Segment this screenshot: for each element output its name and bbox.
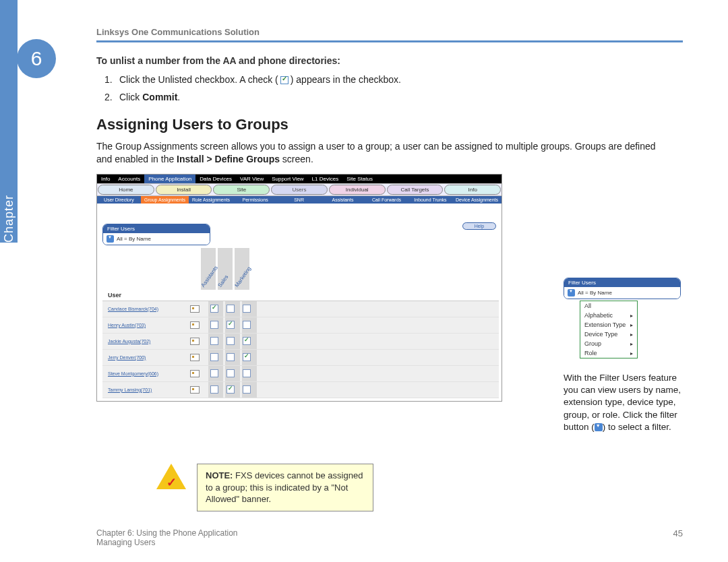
group-checkbox[interactable]: [210, 369, 218, 377]
warning-icon: ✓: [156, 464, 186, 491]
group-checkbox[interactable]: [210, 337, 218, 345]
vcard-icon[interactable]: [190, 354, 200, 361]
group-checkbox[interactable]: [210, 305, 218, 313]
subheading: To unlist a number from the AA and phone…: [96, 55, 669, 66]
group-checkbox[interactable]: [226, 305, 235, 313]
user-link[interactable]: Tammy Lansing(701): [102, 387, 190, 392]
nav-pill[interactable]: Info: [444, 185, 501, 195]
filter-menu-item[interactable]: Alphabetic: [580, 311, 637, 320]
vcard-icon[interactable]: [190, 305, 200, 313]
list-number: 2.: [104, 92, 119, 102]
top-tab[interactable]: Info: [97, 175, 114, 183]
filter-title: Filter Users: [103, 224, 210, 233]
user-link[interactable]: Candace Bismarck(704): [102, 307, 190, 311]
subnav-item[interactable]: Assistants: [321, 196, 365, 204]
subnav-item[interactable]: SNR: [277, 196, 321, 204]
group-checkbox[interactable]: [243, 305, 251, 313]
table-row: Henry Austin(703): [102, 317, 499, 334]
sub-nav-row: User DirectoryGroup AssignmentsRole Assi…: [97, 196, 502, 204]
side-filter-value: All = By Name: [578, 290, 612, 296]
step2-pre: Click: [119, 92, 142, 102]
top-tab[interactable]: Site Status: [342, 175, 377, 183]
top-tab[interactable]: L1 Devices: [308, 175, 343, 183]
group-checkbox[interactable]: [226, 385, 235, 394]
vcard-icon[interactable]: [190, 370, 200, 377]
step2-post: .: [177, 92, 180, 102]
group-checkbox[interactable]: [243, 353, 251, 361]
filter-dropdown-icon[interactable]: [107, 235, 114, 243]
user-table: Candace Bismarck(704)Henry Austin(703)Ja…: [102, 301, 499, 398]
filter-menu-item[interactable]: Role: [580, 348, 637, 358]
top-tab[interactable]: Accounts: [114, 175, 144, 183]
user-link[interactable]: Henry Austin(703): [102, 323, 190, 327]
group-column: Marketing: [235, 248, 249, 290]
subnav-item[interactable]: Group Assignments: [141, 196, 189, 204]
group-checkbox[interactable]: [226, 321, 235, 329]
side-filter-panel[interactable]: Filter Users All = By Name: [564, 278, 681, 299]
top-tab[interactable]: Data Devices: [195, 175, 236, 183]
nav-row-pills: HomeInstallSiteUsersIndividualCall Targe…: [97, 183, 502, 196]
nav-pill[interactable]: Home: [98, 185, 154, 195]
group-checkbox[interactable]: [243, 385, 251, 394]
group-checkbox[interactable]: [210, 385, 218, 394]
filter-menu-item[interactable]: Device Type: [580, 330, 637, 339]
table-row: Candace Bismarck(704): [102, 301, 499, 317]
group-checkbox[interactable]: [243, 321, 251, 329]
top-tab[interactable]: Support View: [268, 175, 307, 183]
help-button[interactable]: Help: [462, 222, 496, 230]
list-number: 1.: [104, 74, 119, 85]
nav-pill[interactable]: Individual: [329, 185, 386, 195]
group-checkbox[interactable]: [243, 337, 251, 345]
list-item-1: 1. Click the Unlisted checkbox. A check …: [104, 74, 669, 85]
group-checkbox[interactable]: [210, 353, 218, 361]
para-bold: Install > Define Groups: [177, 154, 280, 164]
top-tabbar: InfoAccountsPhone ApplicationData Device…: [97, 175, 502, 183]
vcard-icon[interactable]: [190, 338, 200, 345]
group-checkbox[interactable]: [210, 321, 218, 329]
subnav-item[interactable]: Permissions: [233, 196, 277, 204]
user-link[interactable]: Jackie Augusta(702): [102, 339, 190, 344]
note-block: ✓ NOTE: FXS devices cannot be assigned t…: [156, 464, 373, 511]
subnav-item[interactable]: Call Forwards: [365, 196, 408, 204]
section-heading: Assigning Users to Groups: [96, 116, 669, 133]
top-tab[interactable]: VAR View: [236, 175, 268, 183]
filter-menu[interactable]: AllAlphabeticExtension TypeDevice TypeGr…: [580, 301, 638, 358]
filter-caption: With the Filter Users feature you can vi…: [564, 372, 681, 433]
vcard-icon[interactable]: [190, 386, 200, 394]
nav-pill[interactable]: Call Targets: [387, 185, 444, 195]
table-row: Jackie Augusta(702): [102, 334, 499, 350]
table-row: Steve Montgomery(606): [102, 366, 499, 382]
user-link[interactable]: Jerry Denver(700): [102, 355, 190, 360]
user-column-header: User: [102, 290, 499, 301]
subnav-item[interactable]: Inbound Trunks: [408, 196, 452, 204]
vcard-icon[interactable]: [190, 321, 200, 329]
subnav-item[interactable]: User Directory: [97, 196, 141, 204]
filter-button-icon: [595, 423, 603, 431]
filter-menu-item[interactable]: Group: [580, 339, 637, 348]
group-column: Sales: [218, 248, 233, 290]
group-column-headers: AssistantsSalesMarketing: [201, 248, 499, 290]
step1-post: ) appears in the checkbox.: [291, 74, 401, 85]
chapter-number-badge: 6: [17, 39, 56, 78]
nav-pill[interactable]: Users: [271, 185, 328, 195]
nav-pill[interactable]: Install: [156, 185, 212, 195]
note-box: NOTE: FXS devices cannot be assigned to …: [197, 464, 373, 511]
subnav-item[interactable]: Role Assignments: [189, 196, 233, 204]
side-filter-body[interactable]: All = By Name: [564, 287, 680, 299]
chapter-tab: Chapter: [0, 0, 18, 243]
group-checkbox[interactable]: [243, 369, 251, 377]
group-checkbox[interactable]: [226, 369, 235, 377]
top-tab[interactable]: Phone Application: [144, 175, 195, 183]
user-link[interactable]: Steve Montgomery(606): [102, 371, 190, 376]
filter-dropdown-icon[interactable]: [568, 289, 575, 296]
nav-pill[interactable]: Site: [213, 185, 270, 195]
filter-body[interactable]: All = By Name: [103, 233, 210, 245]
filter-users-panel[interactable]: Filter Users All = By Name: [102, 224, 210, 245]
filter-menu-item[interactable]: All: [580, 301, 637, 311]
filter-menu-item[interactable]: Extension Type: [580, 320, 637, 330]
group-checkbox[interactable]: [226, 353, 235, 361]
group-label: Marketing: [234, 266, 253, 288]
doc-header: Linksys One Communications Solution: [96, 27, 260, 37]
subnav-item[interactable]: Device Assignments: [452, 196, 502, 204]
group-checkbox[interactable]: [226, 337, 235, 345]
